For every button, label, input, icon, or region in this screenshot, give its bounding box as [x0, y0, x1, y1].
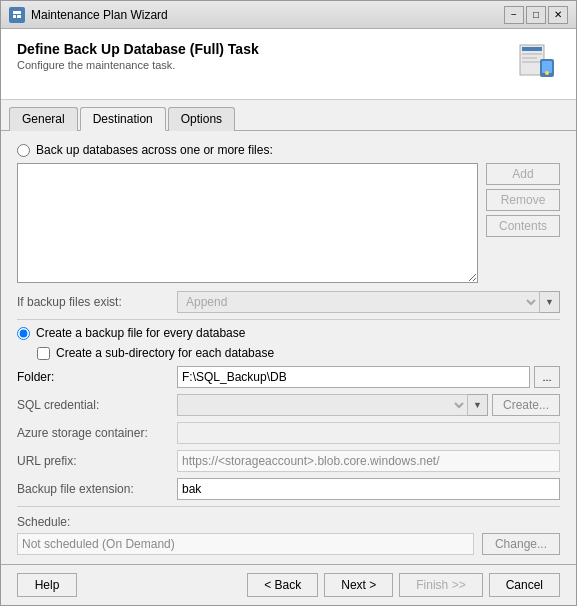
header-area: Define Back Up Database (Full) Task Conf… — [1, 29, 576, 100]
tabs-bar: General Destination Options — [1, 100, 576, 131]
sql-credential-select[interactable] — [177, 394, 468, 416]
finish-button[interactable]: Finish >> — [399, 573, 482, 597]
sub-directory-label: Create a sub-directory for each database — [56, 346, 274, 360]
create-backup-radio[interactable] — [17, 327, 30, 340]
restore-button[interactable]: □ — [526, 6, 546, 24]
window-title: Maintenance Plan Wizard — [31, 8, 504, 22]
if-backup-dropdown-arrow: ▼ — [540, 291, 560, 313]
schedule-section: Schedule: Change... — [17, 515, 560, 555]
url-prefix-label: URL prefix: — [17, 454, 177, 468]
tab-general[interactable]: General — [9, 107, 78, 131]
main-window: Maintenance Plan Wizard − □ ✕ Define Bac… — [0, 0, 577, 606]
if-backup-label: If backup files exist: — [17, 295, 177, 309]
header-text: Define Back Up Database (Full) Task Conf… — [17, 41, 512, 71]
svg-rect-7 — [522, 57, 537, 59]
if-backup-select-container: Append ▼ — [177, 291, 560, 313]
next-button[interactable]: Next > — [324, 573, 393, 597]
schedule-divider — [17, 506, 560, 507]
url-prefix-row: URL prefix: — [17, 450, 560, 472]
azure-storage-input[interactable] — [177, 422, 560, 444]
svg-rect-2 — [13, 15, 16, 18]
change-button[interactable]: Change... — [482, 533, 560, 555]
backup-files-section: Add Remove Contents — [17, 163, 560, 283]
azure-storage-row: Azure storage container: — [17, 422, 560, 444]
folder-row: Folder: ... — [17, 366, 560, 388]
sql-credential-row: SQL credential: ▼ Create... — [17, 394, 560, 416]
page-title: Define Back Up Database (Full) Task — [17, 41, 512, 57]
url-prefix-input[interactable] — [177, 450, 560, 472]
schedule-row: Change... — [17, 533, 560, 555]
app-icon — [9, 7, 25, 23]
backup-extension-label: Backup file extension: — [17, 482, 177, 496]
window-controls: − □ ✕ — [504, 6, 568, 24]
if-backup-row: If backup files exist: Append ▼ — [17, 291, 560, 313]
schedule-input[interactable] — [17, 533, 474, 555]
if-backup-select[interactable]: Append — [177, 291, 540, 313]
backup-files-radio[interactable] — [17, 144, 30, 157]
footer: Help < Back Next > Finish >> Cancel — [1, 564, 576, 605]
contents-button[interactable]: Contents — [486, 215, 560, 237]
svg-rect-8 — [522, 61, 540, 63]
create-backup-label: Create a backup file for every database — [36, 326, 245, 340]
sql-credential-label: SQL credential: — [17, 398, 177, 412]
sub-directory-checkbox-row[interactable]: Create a sub-directory for each database — [37, 346, 560, 360]
sub-directory-checkbox[interactable] — [37, 347, 50, 360]
backup-extension-row: Backup file extension: — [17, 478, 560, 500]
files-button-group: Add Remove Contents — [486, 163, 560, 237]
tab-destination[interactable]: Destination — [80, 107, 166, 131]
cancel-button[interactable]: Cancel — [489, 573, 560, 597]
backup-files-radio-row[interactable]: Back up databases across one or more fil… — [17, 143, 560, 157]
add-button[interactable]: Add — [486, 163, 560, 185]
help-button[interactable]: Help — [17, 573, 77, 597]
remove-button[interactable]: Remove — [486, 189, 560, 211]
svg-point-11 — [545, 71, 549, 75]
content-area: Back up databases across one or more fil… — [1, 131, 576, 564]
create-button[interactable]: Create... — [492, 394, 560, 416]
svg-rect-3 — [17, 15, 21, 18]
folder-input[interactable] — [177, 366, 530, 388]
backup-files-label: Back up databases across one or more fil… — [36, 143, 273, 157]
browse-button[interactable]: ... — [534, 366, 560, 388]
schedule-label: Schedule: — [17, 515, 560, 529]
sql-credential-arrow: ▼ — [468, 394, 488, 416]
backup-files-list[interactable] — [17, 163, 478, 283]
title-bar: Maintenance Plan Wizard − □ ✕ — [1, 1, 576, 29]
header-icon — [512, 41, 560, 89]
sql-credential-container: ▼ — [177, 394, 488, 416]
close-button[interactable]: ✕ — [548, 6, 568, 24]
svg-rect-1 — [13, 11, 21, 14]
footer-right-buttons: < Back Next > Finish >> Cancel — [247, 573, 560, 597]
back-button[interactable]: < Back — [247, 573, 318, 597]
page-subtitle: Configure the maintenance task. — [17, 59, 512, 71]
svg-rect-6 — [522, 53, 542, 55]
folder-label: Folder: — [17, 370, 177, 384]
backup-extension-input[interactable] — [177, 478, 560, 500]
svg-rect-5 — [522, 47, 542, 51]
divider — [17, 319, 560, 320]
create-backup-radio-row[interactable]: Create a backup file for every database — [17, 326, 560, 340]
tab-options[interactable]: Options — [168, 107, 235, 131]
minimize-button[interactable]: − — [504, 6, 524, 24]
backup-files-list-container — [17, 163, 478, 283]
azure-storage-label: Azure storage container: — [17, 426, 177, 440]
